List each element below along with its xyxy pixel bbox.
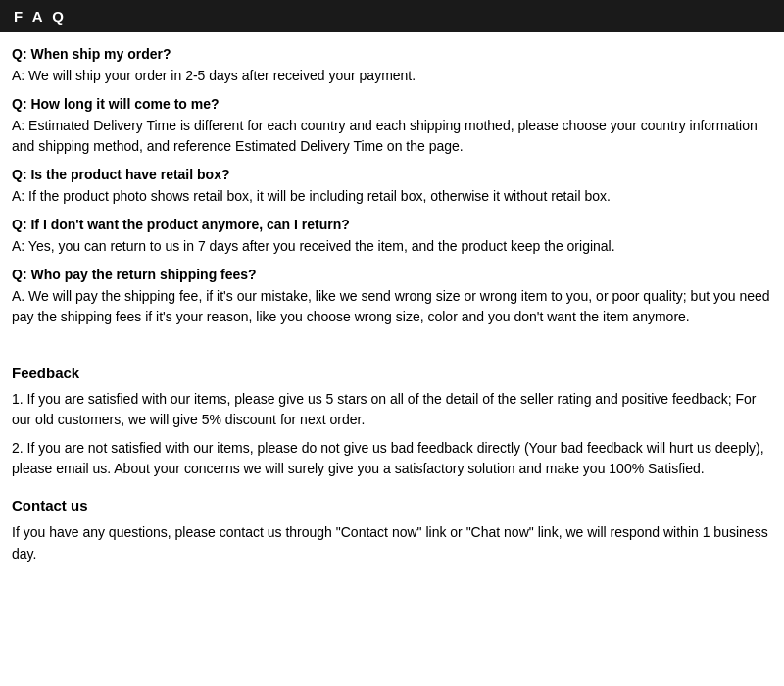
answer-5: A. We will pay the shipping fee, if it's… <box>12 286 772 327</box>
question-2: Q: How long it will come to me? <box>12 96 772 112</box>
qa-block-3: Q: Is the product have retail box? A: If… <box>12 167 772 207</box>
question-4: Q: If I don't want the product anymore, … <box>12 217 772 232</box>
answer-1: A: We will ship your order in 2-5 days a… <box>12 66 772 86</box>
qa-block-2: Q: How long it will come to me? A: Estim… <box>12 96 772 157</box>
qa-block-5: Q: Who pay the return shipping fees? A. … <box>12 267 772 327</box>
faq-title: F A Q <box>14 8 67 24</box>
content-body: Q: When ship my order? A: We will ship y… <box>0 46 784 577</box>
question-1: Q: When ship my order? <box>12 46 772 62</box>
answer-4: A: Yes, you can return to us in 7 days a… <box>12 236 772 257</box>
question-3: Q: Is the product have retail box? <box>12 167 772 182</box>
divider-1 <box>12 337 772 347</box>
contact-title: Contact us <box>12 497 772 514</box>
faq-header: F A Q <box>0 0 784 32</box>
question-5: Q: Who pay the return shipping fees? <box>12 267 772 282</box>
answer-2: A: Estimated Delivery Time is different … <box>12 116 772 157</box>
feedback-item-1: 1. If you are satisfied with our items, … <box>12 389 772 430</box>
page-container: F A Q Q: When ship my order? A: We will … <box>0 0 784 577</box>
answer-3: A: If the product photo shows retail box… <box>12 186 772 207</box>
contact-text: If you have any questions, please contac… <box>12 521 772 565</box>
feedback-item-2: 2. If you are not satisfied with our ite… <box>12 438 772 479</box>
qa-block-4: Q: If I don't want the product anymore, … <box>12 217 772 257</box>
feedback-title: Feedback <box>12 365 772 381</box>
qa-block-1: Q: When ship my order? A: We will ship y… <box>12 46 772 86</box>
